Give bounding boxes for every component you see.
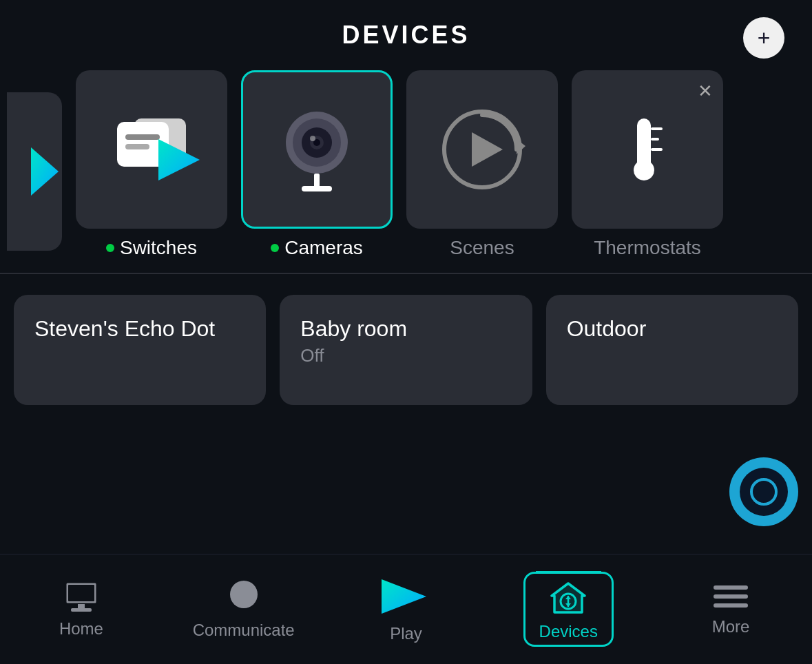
baby-room-title: Baby room — [300, 315, 511, 342]
camera-icon — [275, 105, 358, 194]
alexa-ring — [750, 478, 778, 506]
nav-item-devices[interactable]: Devices — [487, 572, 649, 647]
page-header: DEVICES + — [0, 0, 812, 63]
nav-item-more[interactable]: More — [649, 583, 812, 636]
category-label-switches: Switches — [106, 237, 197, 259]
switches-dot — [106, 244, 114, 252]
category-item-scenes[interactable]: Scenes — [399, 70, 565, 259]
separator — [0, 273, 812, 274]
nav-item-play[interactable]: Play — [325, 576, 488, 643]
category-card-scenes — [406, 70, 558, 229]
close-icon[interactable]: ✕ — [698, 81, 713, 102]
svg-marker-15 — [472, 132, 503, 167]
echo-dot-title: Steven's Echo Dot — [34, 315, 245, 342]
more-icon — [714, 583, 748, 610]
nav-item-communicate[interactable]: Communicate — [163, 579, 325, 640]
nav-item-home[interactable]: Home — [0, 581, 163, 639]
home-icon — [64, 581, 98, 612]
category-item-thermostats[interactable]: ✕ Thermostats — [565, 70, 730, 259]
nav-label-devices: Devices — [539, 622, 598, 641]
alexa-button[interactable] — [729, 457, 798, 526]
nav-label-home: Home — [59, 619, 103, 639]
device-card-echo-dot[interactable]: Steven's Echo Dot — [14, 295, 266, 405]
scenes-icon — [437, 105, 527, 194]
devices-icon — [550, 581, 586, 616]
svg-rect-38 — [714, 594, 748, 599]
play-icon — [382, 576, 430, 617]
device-card-outdoor[interactable]: Outdoor — [546, 295, 798, 405]
svg-rect-12 — [314, 174, 320, 187]
category-row: Switches — [0, 63, 812, 273]
category-item-switches[interactable]: Switches — [69, 70, 234, 259]
page-title: DEVICES — [342, 21, 470, 50]
thermostat-icon — [603, 105, 692, 194]
baby-room-subtitle: Off — [300, 345, 511, 366]
svg-rect-25 — [68, 585, 94, 601]
nav-label-play: Play — [390, 624, 422, 643]
svg-rect-37 — [714, 585, 748, 590]
category-item-cameras[interactable]: Cameras — [234, 70, 399, 259]
nav-label-more: More — [712, 617, 750, 636]
device-card-baby-room[interactable]: Baby room Off — [280, 295, 532, 405]
svg-rect-4 — [125, 144, 149, 149]
devices-row: Steven's Echo Dot Baby room Off Outdoor — [0, 281, 812, 405]
svg-point-28 — [230, 581, 258, 608]
switches-icon — [96, 108, 207, 191]
svg-point-11 — [310, 136, 315, 141]
partial-arrow-icon — [31, 147, 59, 196]
svg-rect-27 — [71, 608, 92, 612]
svg-rect-13 — [302, 186, 332, 191]
bottom-nav: Home Communicate — [0, 554, 812, 664]
category-label-cameras: Cameras — [271, 237, 363, 259]
category-card-cameras — [241, 70, 393, 229]
category-label-thermostats: Thermostats — [594, 237, 701, 259]
svg-marker-30 — [382, 579, 426, 614]
svg-rect-39 — [714, 603, 748, 608]
category-label-scenes: Scenes — [450, 237, 514, 259]
communicate-icon — [227, 579, 261, 614]
plus-icon: + — [758, 25, 771, 51]
nav-label-communicate: Communicate — [193, 621, 295, 640]
svg-marker-0 — [31, 147, 59, 196]
add-button[interactable]: + — [743, 17, 784, 59]
cameras-dot — [271, 244, 279, 252]
category-card-thermostats: ✕ — [572, 70, 723, 229]
devices-nav-card: Devices — [523, 572, 614, 647]
svg-rect-3 — [125, 134, 160, 140]
svg-point-19 — [634, 160, 654, 180]
category-item-partial[interactable] — [0, 92, 69, 259]
category-card-partial — [7, 92, 62, 251]
alexa-icon — [740, 468, 788, 516]
category-card-switches — [76, 70, 227, 229]
outdoor-title: Outdoor — [567, 315, 778, 342]
